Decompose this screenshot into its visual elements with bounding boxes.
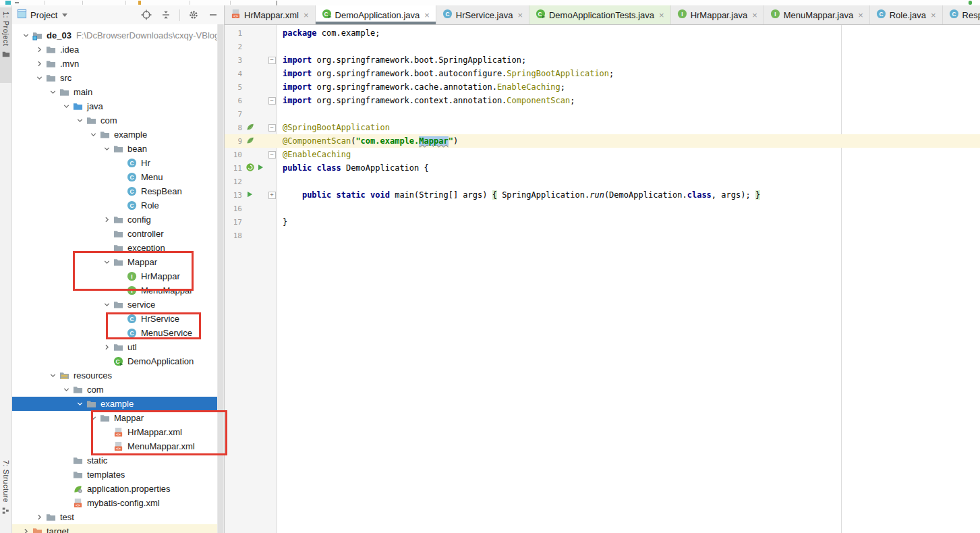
expand-arrow-icon[interactable] (47, 370, 59, 381)
fold-collapse-icon[interactable]: − (268, 151, 276, 159)
tree-item-java[interactable]: java (12, 99, 224, 113)
expand-arrow-icon[interactable] (47, 86, 59, 98)
tree-item-Menu[interactable]: CMenu (12, 170, 224, 184)
expand-arrow-icon[interactable] (74, 115, 86, 126)
chevron-down-icon[interactable] (62, 13, 67, 17)
spring-bean-icon[interactable] (246, 122, 255, 134)
fold-collapse-icon[interactable]: − (268, 97, 276, 105)
project-panel-title[interactable]: Project (30, 10, 57, 20)
tab-RespBean.java[interactable]: CRespBean.java× (943, 5, 980, 24)
code-line-17[interactable]: 17} (225, 215, 980, 229)
expand-arrow-icon[interactable] (61, 384, 72, 395)
tree-item-target[interactable]: target (12, 524, 224, 533)
code-line-12[interactable]: 12 (225, 175, 980, 188)
tree-item-DemoApplication[interactable]: CDemoApplication (12, 354, 224, 368)
expand-arrow-icon[interactable] (101, 143, 113, 155)
close-icon[interactable]: × (858, 11, 863, 20)
settings-gear-icon[interactable] (185, 7, 202, 22)
code-line-13[interactable]: 13+ public static void main(String[] arg… (225, 188, 980, 202)
code-line-9[interactable]: 9@ComponentScan("com.example.Mappar") (225, 134, 980, 148)
collapse-arrow-icon[interactable] (101, 214, 113, 225)
close-icon[interactable]: × (752, 11, 757, 20)
code-editor[interactable]: 1package com.example;23−import org.sprin… (225, 25, 980, 533)
project-panel-header: Project (12, 5, 224, 24)
run-icon[interactable] (246, 190, 254, 200)
tree-item-config[interactable]: config (12, 213, 224, 227)
spring-boot-icon[interactable] (246, 163, 255, 174)
collapse-arrow-icon[interactable] (34, 511, 45, 523)
tree-item-resources[interactable]: resources (12, 368, 224, 383)
close-icon[interactable]: × (931, 11, 936, 20)
tree-item-com[interactable]: com (12, 383, 224, 397)
project-scrollbar[interactable] (217, 24, 224, 533)
tab-HrService.java[interactable]: CHrService.java× (436, 5, 529, 24)
scrollbar-thumb[interactable] (218, 24, 223, 533)
close-icon[interactable]: × (424, 11, 430, 20)
expand-arrow-icon[interactable] (61, 101, 72, 112)
code-line-8[interactable]: 8−@SpringBootApplication (225, 121, 980, 134)
code-line-4[interactable]: 4import org.springframework.boot.autocon… (225, 67, 980, 80)
tool-window-button-project[interactable]: 1: Project (0, 7, 12, 83)
close-icon[interactable]: × (659, 11, 664, 20)
tree-item-label: bean (127, 142, 147, 156)
tree-item-templates[interactable]: templates (12, 468, 224, 482)
code-line-6[interactable]: 6−import org.springframework.context.ann… (225, 94, 980, 107)
tab-DemoApplicationTests.java[interactable]: CDemoApplicationTests.java× (529, 5, 671, 24)
code-line-11[interactable]: 11public class DemoApplication { (225, 161, 980, 175)
tree-item-controller[interactable]: controller (12, 227, 224, 241)
collapse-arrow-icon[interactable] (20, 526, 32, 533)
code-line-10[interactable]: 10−@EnableCaching (225, 148, 980, 161)
tree-item-example[interactable]: example (12, 397, 224, 411)
collapse-arrow-icon[interactable] (34, 44, 45, 55)
tree-item-.mvn[interactable]: .mvn (12, 57, 224, 71)
tree-item-static[interactable]: static (12, 453, 224, 468)
expand-arrow-icon[interactable] (88, 129, 99, 140)
code-line-18[interactable]: 18 (225, 229, 980, 242)
expand-arrow-icon[interactable] (101, 299, 113, 310)
tree-item-mybatis-config.xml[interactable]: <>mybatis-config.xml (12, 496, 224, 510)
code-text: } (277, 215, 980, 229)
tab-Role.java[interactable]: CRole.java× (870, 5, 943, 24)
tool-window-project-label: 1: Project (2, 11, 10, 46)
fold-collapse-icon[interactable]: − (268, 124, 276, 132)
tree-item-RespBean[interactable]: CRespBean (12, 184, 224, 198)
expand-arrow-icon[interactable] (34, 72, 45, 84)
tree-item-.idea[interactable]: .idea (12, 43, 224, 57)
fold-expand-icon[interactable]: + (268, 192, 276, 199)
collapse-all-icon[interactable] (158, 7, 174, 22)
tree-item-com[interactable]: com (12, 113, 224, 128)
tree-item-src[interactable]: src (12, 71, 224, 85)
tree-item-Role[interactable]: CRole (12, 198, 224, 213)
code-line-7[interactable]: 7 (225, 107, 980, 121)
collapse-arrow-icon[interactable] (34, 58, 45, 69)
tree-item-de_03[interactable]: de_03F:\DcBrowserDownloads\cxqy-VBlog-ma (12, 28, 224, 43)
expand-arrow-icon[interactable] (20, 30, 32, 41)
tab-DemoApplication.java[interactable]: CDemoApplication.java× (316, 5, 436, 24)
tree-item-service[interactable]: service (12, 298, 224, 312)
tree-item-utl[interactable]: utl (12, 340, 224, 354)
collapse-arrow-icon[interactable] (101, 341, 113, 353)
code-line-3[interactable]: 3−import org.springframework.boot.Spring… (225, 53, 980, 67)
tab-HrMappar.xml[interactable]: <>HrMappar.xml× (225, 5, 316, 24)
tree-item-Hr[interactable]: CHr (12, 156, 224, 170)
close-icon[interactable]: × (304, 11, 309, 20)
expand-arrow-icon[interactable] (74, 398, 86, 410)
locate-icon[interactable] (138, 7, 154, 22)
code-line-2[interactable]: 2 (225, 40, 980, 53)
tree-item-bean[interactable]: bean (12, 142, 224, 156)
tree-item-example[interactable]: example (12, 128, 224, 142)
code-line-5[interactable]: 5import org.springframework.cache.annota… (225, 80, 980, 94)
tool-window-button-structure[interactable]: 7: Structure (0, 456, 12, 533)
tree-item-main[interactable]: main (12, 85, 224, 99)
close-icon[interactable]: × (517, 11, 523, 20)
code-line-1[interactable]: 1package com.example; (225, 26, 980, 40)
tree-item-test[interactable]: test (12, 510, 224, 524)
tab-HrMappar.java[interactable]: IHrMappar.java× (671, 5, 764, 24)
code-line-16[interactable]: 16 (225, 202, 980, 215)
tree-item-application.properties[interactable]: application.properties (12, 482, 224, 496)
run-icon[interactable] (256, 163, 264, 173)
hide-panel-icon[interactable] (205, 7, 221, 22)
fold-collapse-icon[interactable]: − (268, 57, 276, 64)
spring-bean-icon[interactable] (246, 136, 255, 147)
tab-MenuMappar.java[interactable]: IMenuMappar.java× (764, 5, 870, 24)
